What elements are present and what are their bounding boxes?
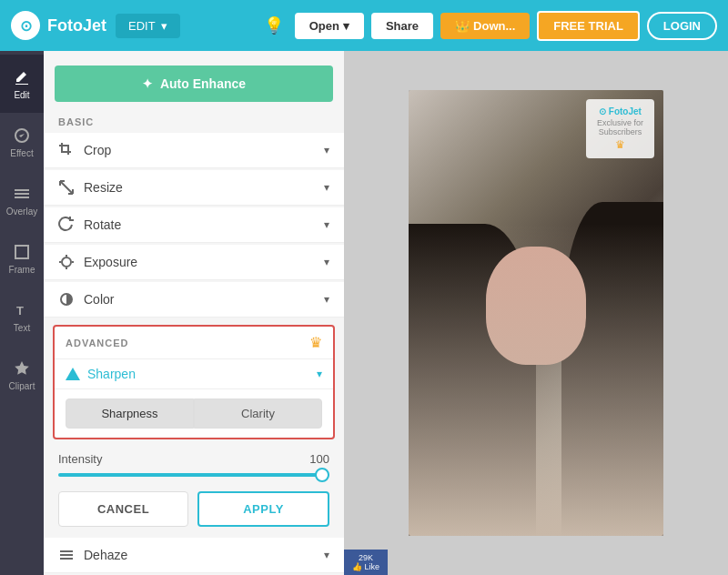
share-button[interactable]: Share bbox=[371, 13, 433, 39]
crop-icon bbox=[58, 142, 75, 158]
sidebar-item-overlay[interactable]: Overlay bbox=[0, 171, 44, 229]
icon-sidebar: Edit Effect Overlay Frame T Text Clipart bbox=[0, 51, 44, 575]
advanced-section-title: ADVANCED bbox=[66, 338, 129, 348]
rotate-label: Rotate bbox=[84, 217, 121, 232]
cancel-button[interactable]: CANCEL bbox=[58, 491, 188, 527]
tool-row-color[interactable]: Color ▾ bbox=[44, 282, 344, 318]
rotate-icon bbox=[58, 217, 75, 233]
sidebar-item-clipart[interactable]: Clipart bbox=[0, 346, 44, 404]
resize-icon bbox=[58, 179, 75, 196]
photo-frame: ⊙ FotoJet Exclusive for Subscribers ♛ bbox=[409, 90, 663, 536]
sidebar-item-frame[interactable]: Frame bbox=[0, 229, 44, 288]
fb-like-button[interactable]: 👍 Like bbox=[352, 562, 379, 571]
slider-thumb[interactable] bbox=[315, 468, 329, 482]
auto-enhance-button[interactable]: ✦ Auto Enhance bbox=[55, 66, 333, 102]
advanced-section: ADVANCED ♛ Sharpen ▾ Sharpness Clarity bbox=[53, 325, 335, 439]
sharpen-chevron-icon: ▾ bbox=[317, 368, 322, 380]
edit-dropdown-button[interactable]: EDIT ▾ bbox=[116, 14, 180, 38]
dehaze-icon bbox=[58, 547, 75, 563]
rotate-chevron-icon: ▾ bbox=[324, 218, 329, 231]
watermark-logo: ⊙ FotoJet bbox=[597, 106, 643, 116]
panel: ✦ Auto Enhance BASIC Crop ▾ Resize ▾ Rot… bbox=[44, 51, 344, 575]
facebook-bar[interactable]: 29K 👍 Like bbox=[344, 550, 388, 575]
dehaze-label: Dehaze bbox=[84, 548, 127, 562]
sharpen-row[interactable]: Sharpen ▾ bbox=[55, 358, 333, 389]
dehaze-chevron-icon: ▾ bbox=[324, 549, 329, 561]
watermark-line1: Exclusive for bbox=[597, 118, 643, 127]
intensity-label: Intensity bbox=[58, 452, 102, 466]
sidebar-effect-label: Effect bbox=[10, 148, 33, 158]
canvas-area: ⊙ FotoJet Exclusive for Subscribers ♛ 29… bbox=[344, 51, 728, 575]
tool-row-dehaze[interactable]: Dehaze ▾ bbox=[44, 538, 344, 573]
resize-label: Resize bbox=[84, 180, 123, 195]
exposure-chevron-icon: ▾ bbox=[324, 256, 329, 268]
watermark-crown-icon: ♛ bbox=[597, 138, 643, 151]
sidebar-frame-label: Frame bbox=[9, 265, 35, 275]
svg-point-6 bbox=[62, 257, 71, 267]
tool-row-crop[interactable]: Crop ▾ bbox=[44, 133, 344, 168]
freetrial-button[interactable]: FREE TRIAL bbox=[537, 11, 640, 41]
sidebar-text-label: Text bbox=[14, 323, 30, 333]
sidebar-item-effect[interactable]: Effect bbox=[0, 113, 44, 171]
sidebar-overlay-label: Overlay bbox=[6, 207, 37, 217]
color-icon bbox=[58, 291, 75, 308]
crown-icon: 👑 bbox=[455, 19, 470, 33]
tool-row-resize[interactable]: Resize ▾ bbox=[44, 170, 344, 206]
apply-button[interactable]: APPLY bbox=[197, 491, 329, 527]
resize-chevron-icon: ▾ bbox=[324, 181, 329, 194]
svg-rect-4 bbox=[15, 246, 28, 258]
download-button[interactable]: 👑 Down... bbox=[440, 13, 530, 39]
logo-area: ⊙ FotoJet bbox=[11, 11, 106, 40]
open-button[interactable]: Open ▾ bbox=[295, 13, 364, 39]
color-label: Color bbox=[84, 292, 114, 307]
tab-row: Sharpness Clarity bbox=[55, 389, 333, 438]
buttons-row: CANCEL APPLY bbox=[44, 482, 344, 536]
sidebar-item-edit[interactable]: Edit bbox=[0, 55, 44, 113]
crop-label: Crop bbox=[84, 143, 111, 157]
fotojet-logo-icon: ⊙ bbox=[11, 11, 40, 40]
exposure-icon bbox=[58, 254, 75, 270]
basic-section-title: BASIC bbox=[44, 109, 344, 131]
intensity-value: 100 bbox=[309, 452, 329, 466]
chevron-down-icon: ▾ bbox=[161, 19, 167, 33]
svg-rect-2 bbox=[15, 193, 29, 195]
tab-clarity[interactable]: Clarity bbox=[194, 398, 322, 429]
sidebar-item-text[interactable]: T Text bbox=[0, 288, 44, 346]
advanced-header: ADVANCED ♛ bbox=[55, 327, 333, 358]
login-button[interactable]: LOGIN bbox=[647, 12, 717, 40]
advanced-crown-icon: ♛ bbox=[309, 334, 322, 351]
logo-text: FotoJet bbox=[47, 16, 106, 35]
header-right: 💡 Open ▾ Share 👑 Down... FREE TRIAL LOGI… bbox=[264, 11, 717, 41]
sidebar-clipart-label: Clipart bbox=[9, 381, 35, 391]
header: ⊙ FotoJet EDIT ▾ 💡 Open ▾ Share 👑 Down..… bbox=[0, 0, 728, 51]
intensity-slider[interactable] bbox=[58, 473, 329, 477]
crop-chevron-icon: ▾ bbox=[324, 144, 329, 156]
svg-text:T: T bbox=[16, 304, 24, 318]
intensity-row: Intensity 100 bbox=[44, 447, 344, 482]
bulb-icon: 💡 bbox=[264, 15, 284, 35]
tab-sharpness[interactable]: Sharpness bbox=[66, 398, 194, 429]
sharpen-label: Sharpen bbox=[87, 367, 136, 381]
sharpen-triangle-icon bbox=[66, 368, 80, 380]
sidebar-edit-label: Edit bbox=[14, 90, 29, 100]
color-chevron-icon: ▾ bbox=[324, 293, 329, 306]
watermark-box: ⊙ FotoJet Exclusive for Subscribers ♛ bbox=[586, 99, 654, 158]
watermark-line2: Subscribers bbox=[597, 127, 643, 136]
tool-row-exposure[interactable]: Exposure ▾ bbox=[44, 245, 344, 280]
main-layout: Edit Effect Overlay Frame T Text Clipart… bbox=[0, 51, 728, 575]
svg-rect-1 bbox=[15, 189, 29, 191]
open-chevron-icon: ▾ bbox=[343, 19, 349, 33]
fb-count: 29K bbox=[359, 553, 373, 562]
tool-row-rotate[interactable]: Rotate ▾ bbox=[44, 207, 344, 243]
sparkle-icon: ✦ bbox=[142, 76, 153, 91]
svg-rect-3 bbox=[15, 197, 29, 198]
exposure-label: Exposure bbox=[84, 255, 137, 269]
